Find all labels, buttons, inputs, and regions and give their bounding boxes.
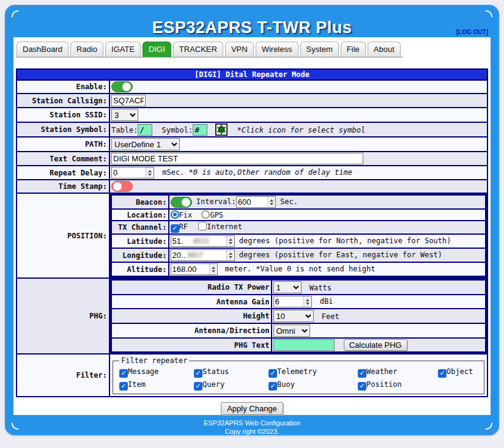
spinner-buttons[interactable] [226,236,234,246]
beacon-toggle[interactable] [171,197,192,208]
tab-digi[interactable]: DIGI [143,42,171,57]
latitude-input[interactable] [171,236,226,246]
spinner-buttons[interactable] [303,296,311,307]
latitude-stepper[interactable]: 4521 [171,235,235,247]
spinner-buttons[interactable] [209,264,217,274]
tab-vpn[interactable]: VPN [225,42,254,57]
spinner-buttons[interactable] [226,250,234,260]
aprs-symbol-icon[interactable] [215,123,228,136]
filter-label: Filter: [17,354,109,397]
nav-tabs: DashBoard Radio IGATE DIGI TRACKER VPN W… [16,42,403,57]
station-ssid-select[interactable]: 3 [111,109,138,121]
phg-text-label: PHG Text [111,338,272,353]
location-gps-label: GPS [210,211,223,219]
symbol-table-input[interactable] [138,124,152,136]
location-label: Location: [111,209,169,221]
toggle-knob [113,182,122,191]
tab-about[interactable]: About [368,42,401,57]
tx-power-label: Radio TX Power [111,280,272,295]
tab-igate[interactable]: IGATE [105,42,141,57]
tx-channel-label: TX Channel: [111,221,169,234]
text-comment-input[interactable] [111,153,363,164]
internet-label: Internet [207,222,242,231]
page-header: ESP32APRS T-TWR Plus [LOG OUT] [5,5,499,37]
tab-radio[interactable]: Radio [70,42,103,57]
repeat-delay-label: Repeat Delay: [17,166,109,180]
station-callsign-input[interactable] [111,95,146,106]
beacon-label: Beacon: [111,195,169,210]
repeat-delay-stepper[interactable] [111,167,154,178]
interval-input[interactable] [237,197,267,207]
app-window: ESP32APRS T-TWR Plus [LOG OUT] DashBoard… [5,5,499,435]
station-symbol-label: Station Symbol: [17,122,109,137]
content-area: DashBoard Radio IGATE DIGI TRACKER VPN W… [13,37,491,415]
filter-weather-checkbox[interactable]: ✓ [358,369,366,378]
tab-dashboard[interactable]: DashBoard [17,42,69,57]
tx-power-unit: Watts [309,284,332,292]
tab-tracker[interactable]: TRACKER [173,42,223,57]
internet-checkbox[interactable] [198,222,207,230]
filter-status-checkbox[interactable]: ✓ [194,369,202,378]
longitude-stepper[interactable]: 3817 [171,249,235,261]
filter-buoy-label: Buoy [277,380,295,389]
spinner-buttons[interactable] [146,167,154,178]
repeat-delay-input[interactable] [112,167,146,178]
antenna-gain-unit: dBi [320,297,333,306]
text-comment-label: Text Comment: [17,152,109,166]
filter-message-checkbox[interactable]: ✓ [119,369,128,378]
digi-config-table: [DIGI] Dital Repeater Mode Enable: Stati… [16,68,488,397]
phg-table: Radio TX Power 1 Watts Antenna Gain dBi … [110,279,487,353]
path-select[interactable]: UserDefine 1 [111,138,180,150]
spinner-buttons[interactable] [267,197,275,207]
time-stamp-toggle[interactable] [111,181,133,192]
antenna-gain-input[interactable] [274,296,303,307]
filter-position-checkbox[interactable]: ✓ [358,382,366,391]
footer-line1: ESP32APRS Web Configuration [5,419,499,427]
repeat-delay-hint: *0 is auto,Other random of delay time [189,168,352,177]
tx-power-select[interactable]: 1 [273,281,302,293]
footer-line2: Copy right ©2023. [5,427,499,436]
altitude-stepper[interactable] [171,263,218,275]
symbol-symbol-label: Symbol: [162,126,193,134]
tab-wireless[interactable]: Wireless [256,42,298,57]
location-gps-radio[interactable] [201,210,210,219]
interval-label: Interval: [196,197,236,206]
antenna-direction-label: Antenna/Direction [111,323,272,338]
path-label: PATH: [17,137,109,152]
time-stamp-label: Time Stamp: [17,180,109,193]
filter-object-label: Object [447,367,473,376]
filter-object-checkbox[interactable]: ✓ [438,369,447,378]
calculate-phg-button[interactable]: Calculate PHG [344,339,407,351]
altitude-input[interactable] [171,264,209,274]
filter-legend: Filter repeater [119,356,189,365]
logout-link[interactable]: [LOG OUT] [456,29,488,35]
apply-change-button[interactable]: Apply Change [221,402,283,415]
filter-status-label: Status [202,367,229,376]
longitude-input[interactable] [171,250,226,260]
filter-item-checkbox[interactable]: ✓ [119,382,128,391]
phg-text-input[interactable] [273,339,335,351]
symbol-symbol-input[interactable] [193,124,207,136]
height-unit: Feet [322,312,339,321]
filter-buoy-checkbox[interactable]: ✓ [269,382,277,391]
filter-telemetry-checkbox[interactable]: ✓ [269,369,277,378]
position-label: POSITION: [17,193,109,278]
rf-label: RF [179,222,188,231]
antenna-gain-label: Antenna Gain [111,295,272,309]
rf-checkbox[interactable]: ✓ [171,224,179,233]
filter-weather-label: Weather [366,367,398,376]
interval-unit: Sec. [280,197,298,206]
interval-stepper[interactable] [236,196,276,208]
height-select[interactable]: 10 [273,310,314,322]
location-fix-radio[interactable] [171,210,179,219]
filter-query-checkbox[interactable]: ✓ [194,382,202,391]
antenna-gain-stepper[interactable] [273,296,312,307]
filter-query-label: Query [202,380,224,389]
tab-file[interactable]: File [341,42,366,57]
tab-system[interactable]: System [300,42,339,57]
enable-toggle[interactable] [111,81,133,92]
filter-options: ✓Message ✓Status ✓Telemetry ✓Weather ✓Ob… [119,366,481,391]
latitude-hint: degrees (positive for North, negative fo… [239,237,451,245]
actions-row: Apply Change [16,402,488,415]
antenna-direction-select[interactable]: Omni [273,325,310,337]
